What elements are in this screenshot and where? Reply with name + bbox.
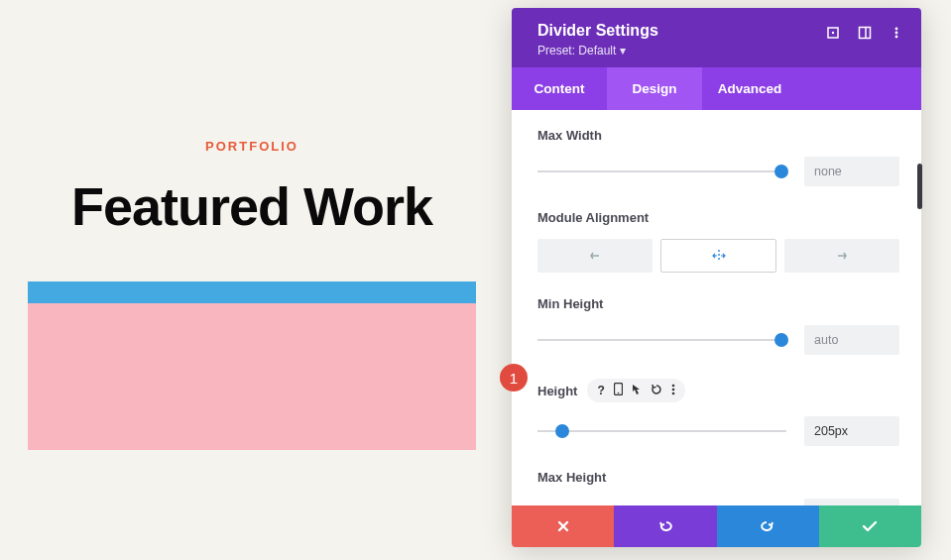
save-button[interactable]	[819, 505, 921, 547]
height-slider[interactable]	[537, 422, 786, 440]
page-canvas: PORTFOLIO Featured Work	[0, 0, 496, 450]
max-width-input[interactable]	[804, 157, 899, 186]
max-width-label: Max Width	[537, 128, 899, 143]
svg-point-11	[617, 392, 619, 394]
height-input[interactable]	[804, 416, 899, 446]
field-max-height: Max Height	[537, 470, 899, 505]
page-heading: Featured Work	[28, 175, 476, 237]
panel-footer	[512, 505, 921, 547]
module-alignment-label: Module Alignment	[537, 210, 899, 225]
svg-rect-2	[860, 28, 871, 39]
min-height-slider[interactable]	[537, 331, 786, 349]
field-min-height: Min Height	[537, 296, 899, 355]
svg-point-4	[895, 28, 898, 31]
min-height-input[interactable]	[804, 325, 899, 355]
slider-knob[interactable]	[555, 424, 569, 438]
svg-point-6	[895, 36, 898, 39]
more-icon[interactable]	[671, 384, 675, 398]
help-icon[interactable]: ?	[597, 384, 604, 397]
align-center-button[interactable]	[660, 239, 777, 273]
eyebrow-text: PORTFOLIO	[28, 139, 476, 154]
close-icon	[556, 519, 570, 533]
svg-point-12	[671, 384, 674, 387]
tabs-bar: Content Design Advanced	[512, 67, 921, 110]
max-height-slider[interactable]	[537, 504, 786, 505]
field-max-width: Max Width	[537, 128, 899, 186]
svg-point-1	[832, 32, 834, 34]
kebab-icon[interactable]	[890, 26, 903, 40]
align-right-button[interactable]	[784, 239, 899, 273]
slider-knob[interactable]	[774, 333, 788, 347]
tab-advanced[interactable]: Advanced	[702, 67, 797, 110]
panel-header[interactable]: Divider Settings Preset: Default ▾	[512, 8, 921, 67]
annotation-marker-1: 1	[500, 364, 528, 392]
reset-icon[interactable]	[651, 384, 662, 398]
undo-button[interactable]	[614, 505, 716, 547]
slider-knob[interactable]	[774, 165, 788, 178]
field-height: Height ?	[537, 379, 899, 446]
max-width-slider[interactable]	[537, 163, 786, 180]
divider-module-blue[interactable]	[28, 281, 476, 303]
preset-label[interactable]: Preset: Default ▾	[537, 44, 658, 57]
align-center-icon	[709, 249, 729, 263]
panel-title: Divider Settings	[537, 22, 658, 40]
expand-icon[interactable]	[826, 26, 840, 40]
check-icon	[862, 520, 878, 532]
tab-content[interactable]: Content	[512, 67, 607, 110]
align-left-icon	[585, 249, 605, 263]
divider-module-pink[interactable]	[28, 303, 476, 450]
align-right-icon	[832, 249, 852, 263]
align-left-button[interactable]	[537, 239, 653, 273]
height-label: Height	[537, 384, 577, 398]
undo-icon	[657, 519, 673, 533]
redo-icon	[760, 519, 775, 533]
panel-body: Max Width Module Alignment	[512, 110, 921, 505]
svg-point-13	[671, 388, 674, 391]
svg-point-14	[671, 392, 674, 394]
redo-button[interactable]	[717, 505, 819, 547]
phone-icon[interactable]	[614, 383, 623, 398]
hover-icon[interactable]	[632, 384, 642, 398]
snap-icon[interactable]	[858, 26, 872, 40]
tab-design[interactable]: Design	[607, 67, 702, 110]
cancel-button[interactable]	[512, 505, 614, 547]
field-module-alignment: Module Alignment	[537, 210, 899, 273]
scrollbar[interactable]	[917, 164, 922, 209]
min-height-label: Min Height	[537, 296, 899, 311]
settings-panel: Divider Settings Preset: Default ▾ Conte…	[512, 8, 921, 547]
max-height-label: Max Height	[537, 470, 899, 485]
max-height-input[interactable]	[804, 499, 899, 505]
svg-point-5	[895, 32, 898, 35]
